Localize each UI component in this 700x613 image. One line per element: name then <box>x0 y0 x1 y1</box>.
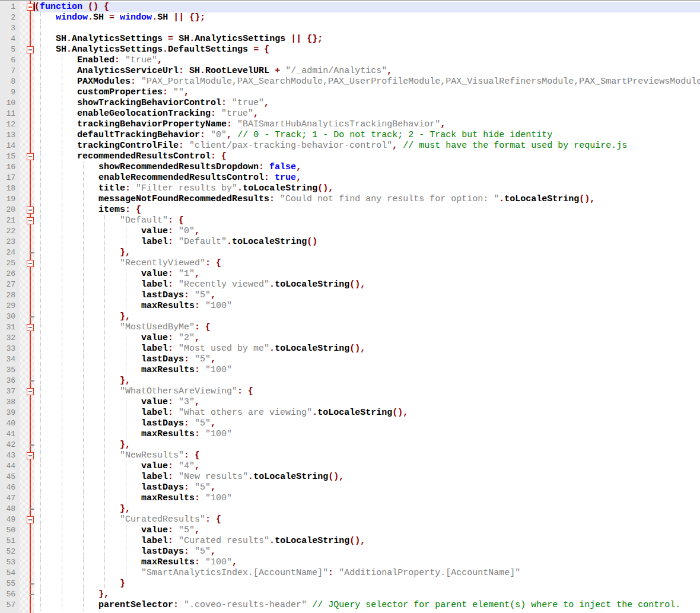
code-line[interactable]: 22 value: "0", <box>0 226 700 237</box>
code-token: value <box>141 226 168 236</box>
code-line[interactable]: 27 label: "Recently viewed".toLocaleStri… <box>0 279 700 290</box>
code-line[interactable]: 8 PAXModules: "PAX_PortalModule,PAX_Sear… <box>0 77 700 87</box>
code-line[interactable]: 42 }, <box>0 440 700 450</box>
indent-guide <box>62 568 62 579</box>
code-token: : <box>195 429 200 439</box>
code-token: : <box>328 568 333 578</box>
indent-guide <box>126 482 126 493</box>
code-line[interactable]: 32 value: "2", <box>0 333 700 344</box>
fold-collapse-icon[interactable] <box>27 207 34 214</box>
code-line[interactable]: 30 }, <box>0 312 700 322</box>
indent-guide <box>83 344 84 354</box>
line-number: 45 <box>0 472 15 482</box>
code-token: "Default" <box>120 215 168 225</box>
code-line[interactable]: 25 "RecentlyViewed": { <box>0 258 700 269</box>
code-line[interactable]: 28 lastDays: "5", <box>0 290 700 301</box>
code-line[interactable]: 40 lastDays: "5", <box>0 418 700 429</box>
code-line[interactable]: 50 value: "5", <box>0 525 700 536</box>
fold-collapse-icon[interactable] <box>27 46 34 53</box>
code-line[interactable]: 48 }, <box>0 504 700 514</box>
code-line[interactable]: 54 "SmartAnalyticsIndex.[AccountName]": … <box>0 568 700 579</box>
code-text: lastDays: "5", <box>34 482 700 493</box>
code-editor[interactable]: 1(function () {2 window.SH = window.SH |… <box>0 0 700 613</box>
code-line[interactable]: 23 label: "Default".toLocaleString() <box>0 237 700 247</box>
fold-collapse-icon[interactable] <box>27 217 34 224</box>
code-line[interactable]: 43 "NewResults": { <box>0 450 700 461</box>
code-line[interactable]: 1(function () { <box>0 2 700 12</box>
indent-guide <box>62 279 62 290</box>
code-line[interactable]: 24 }, <box>0 247 700 258</box>
code-line[interactable]: 17 enableRecommendedResultsControl: true… <box>0 173 700 183</box>
code-token: messageNotFoundRecommededResults <box>98 194 269 204</box>
code-text: AnalyticsServiceUrl: SH.RootLevelURL + "… <box>34 66 700 77</box>
code-line[interactable]: 33 label: "Most used by me".toLocaleStri… <box>0 344 700 354</box>
code-line[interactable]: 56 }, <box>0 589 700 600</box>
fold-collapse-icon[interactable] <box>27 324 34 331</box>
indent-guide <box>40 119 41 130</box>
code-line[interactable]: 44 value: "4", <box>0 461 700 472</box>
fold-collapse-icon[interactable] <box>27 260 34 267</box>
code-line[interactable]: 16 showRecommendedResultsDropdown: false… <box>0 162 700 173</box>
code-line[interactable]: 15 recommendedResultsControl: { <box>0 151 700 162</box>
code-token: toLocaleString <box>243 183 317 193</box>
code-line[interactable]: 55 } <box>0 579 700 589</box>
code-text: label: "Recently viewed".toLocaleString(… <box>34 279 700 290</box>
code-token: (), <box>349 344 365 354</box>
code-token <box>184 12 189 23</box>
code-line[interactable]: 35 maxResults: "100" <box>0 365 700 376</box>
code-line[interactable]: 4 SH.AnalyticsSettings = SH.AnalyticsSet… <box>0 34 700 45</box>
code-line[interactable]: 18 title: "Filter results by".toLocaleSt… <box>0 183 700 194</box>
code-token: : <box>205 258 211 268</box>
code-line[interactable]: 49 "CuratedResults": { <box>0 514 700 525</box>
code-token: "5" <box>179 525 195 535</box>
indent-guide <box>62 269 62 279</box>
code-token: "0" <box>211 130 227 140</box>
code-line[interactable]: 31 "MostUsedByMe": { <box>0 322 700 333</box>
indent-guide <box>83 322 84 333</box>
code-line[interactable]: 12 trackingBehaviorPropertyName: "BAISma… <box>0 119 700 130</box>
indent-guide <box>83 279 84 290</box>
code-token: "0" <box>179 226 195 236</box>
code-line[interactable]: 34 lastDays: "5", <box>0 354 700 365</box>
code-line[interactable]: 37 "WhatOthersAreViewing": { <box>0 386 700 397</box>
code-line[interactable]: 5 SH.AnalyticsSettings.DefaultSettings =… <box>0 45 700 55</box>
fold-collapse-icon[interactable] <box>27 4 34 11</box>
code-line[interactable]: 3 <box>0 23 700 34</box>
fold-collapse-icon[interactable] <box>27 452 34 459</box>
code-line[interactable]: 53 maxResults: "100", <box>0 557 700 568</box>
code-line[interactable]: 13 defaultTrackingBehavior: "0", // 0 - … <box>0 130 700 141</box>
code-line[interactable]: 2 window.SH = window.SH || {}; <box>0 12 700 23</box>
code-line[interactable]: 41 maxResults: "100" <box>0 429 700 440</box>
code-line[interactable]: 38 value: "3", <box>0 397 700 408</box>
code-line[interactable]: 6 Enabled: "true", <box>0 55 700 66</box>
code-line[interactable]: 52 lastDays: "5", <box>0 547 700 557</box>
code-token: (), <box>579 194 595 204</box>
fold-collapse-icon[interactable] <box>27 516 34 523</box>
code-text: maxResults: "100" <box>34 365 700 376</box>
code-line[interactable]: 47 maxResults: "100" <box>0 493 700 504</box>
code-line[interactable]: 36 }, <box>0 376 700 386</box>
code-token: label <box>141 536 168 546</box>
code-line[interactable]: 39 label: "What others are viewing".toLo… <box>0 408 700 418</box>
code-line[interactable]: 21 "Default": { <box>0 215 700 226</box>
code-token: toLocaleString <box>275 536 349 546</box>
code-line[interactable]: 26 value: "1", <box>0 269 700 279</box>
code-line[interactable]: 10 showTrackingBehaviorControl: "true", <box>0 98 700 109</box>
code-line[interactable]: 20 items: { <box>0 205 700 215</box>
code-line[interactable]: 11 enableGeolocationTracking: "true", <box>0 109 700 119</box>
code-line[interactable]: 57 parentSelector: ".coveo-results-heade… <box>0 600 700 611</box>
line-number: 47 <box>0 493 15 504</box>
code-line[interactable]: 46 lastDays: "5", <box>0 482 700 493</box>
code-line[interactable]: 14 trackingControlFile: "client/pax-trac… <box>0 141 700 151</box>
code-line[interactable]: 29 maxResults: "100" <box>0 301 700 312</box>
code-line[interactable]: 51 label: "Curated results".toLocaleStri… <box>0 536 700 547</box>
code-line[interactable]: 7 AnalyticsServiceUrl: SH.RootLevelURL +… <box>0 66 700 77</box>
code-line[interactable]: 9 customProperties: "", <box>0 87 700 98</box>
code-token: : <box>211 151 216 161</box>
code-line[interactable]: 19 messageNotFoundRecommededResults: "Co… <box>0 194 700 205</box>
code-token: recommendedResultsControl <box>77 151 211 161</box>
fold-collapse-icon[interactable] <box>27 388 34 395</box>
code-token: "/_admin/Analytics" <box>285 66 387 76</box>
code-line[interactable]: 45 label: "New results".toLocaleString()… <box>0 472 700 482</box>
fold-collapse-icon[interactable] <box>27 153 34 160</box>
